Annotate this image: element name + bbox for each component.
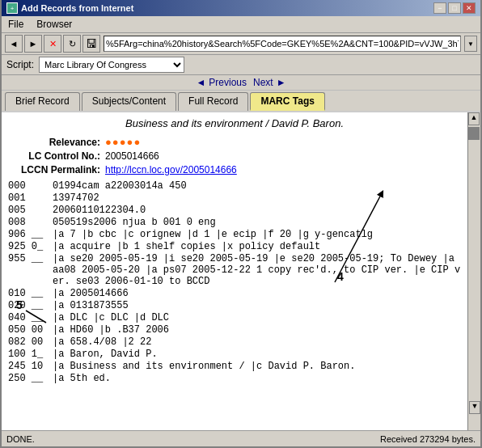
url-dropdown-button[interactable]: ▼ — [464, 36, 477, 52]
marc-data: 20060110122304.0 — [53, 205, 461, 216]
url-input[interactable] — [104, 36, 461, 52]
marc-data: |a 0131873555 — [53, 300, 461, 311]
marc-row: 040 __|a DLC |c DLC |d DLC — [8, 312, 461, 323]
relevance-stars: ● ● ● ● ● — [105, 136, 140, 148]
marc-data: |a HD60 |b .B37 2006 — [53, 324, 461, 336]
stop-button[interactable]: ✕ — [44, 35, 61, 53]
marc-records: 00001994cam a22003014a 45000113974702005… — [8, 180, 461, 384]
marc-row: 050 00|a HD60 |b .B37 2006 — [8, 324, 461, 336]
marc-row: 00520060110122304.0 — [8, 205, 461, 216]
forward-icon: ► — [29, 39, 38, 49]
marc-data: |a 2005014666 — [53, 288, 461, 299]
lccn-link[interactable]: http://lccn.loc.gov/2005014666 — [105, 164, 237, 175]
toolbar: ◄ ► ✕ ↻ 🖫 ▼ — [2, 33, 480, 55]
marc-data: |a Business and its environment / |c Dav… — [53, 361, 461, 372]
marc-tag: 082 00 — [8, 336, 53, 348]
star-2: ● — [112, 136, 119, 148]
menu-bar: File Browser — [2, 16, 480, 33]
script-label: Script: — [6, 59, 34, 70]
status-bar: DONE. Received 273294 bytes. — [2, 430, 480, 446]
add-button[interactable]: 🖫 — [82, 35, 100, 53]
menu-browser[interactable]: Browser — [33, 18, 75, 31]
stop-icon: ✕ — [49, 39, 57, 49]
marc-tag: 008 — [8, 217, 53, 228]
refresh-icon: ↻ — [69, 39, 76, 49]
marc-row: 008050519s2006 njua b 001 0 eng — [8, 217, 461, 228]
forward-button[interactable]: ► — [24, 35, 42, 53]
prev-label[interactable]: Previous — [209, 77, 247, 88]
marc-tag: 020 __ — [8, 300, 53, 311]
minimize-button[interactable]: − — [433, 2, 446, 14]
star-1: ● — [105, 136, 112, 148]
marc-data: 13974702 — [53, 192, 461, 204]
marc-tag: 100 1_ — [8, 349, 53, 360]
relevance-label: Relevance: — [8, 137, 105, 148]
star-5: ● — [133, 136, 140, 148]
marc-tag: 000 — [8, 180, 53, 192]
marc-data: 01994cam a22003014a 450 — [53, 180, 461, 192]
scroll-up-button[interactable]: ▲ — [468, 112, 480, 125]
marc-data: |a 5th ed. — [53, 373, 461, 384]
scrollbar[interactable]: ▲ ▼ — [467, 112, 480, 430]
back-icon: ◄ — [10, 39, 19, 49]
marc-row: 082 00|a 658.4/08 |2 22 — [8, 336, 461, 348]
next-label[interactable]: Next — [253, 77, 273, 88]
status-right: Received 273294 bytes. — [380, 434, 476, 444]
script-select[interactable]: Marc Library Of Congress — [39, 57, 184, 73]
dropdown-icon: ▼ — [467, 40, 474, 48]
prev-arrow[interactable]: ◄ — [196, 77, 205, 88]
marc-tag: 005 — [8, 205, 53, 216]
marc-data: |a 658.4/08 |2 22 — [53, 336, 461, 348]
tab-marc[interactable]: MARC Tags — [250, 92, 324, 111]
marc-row: 020 __|a 0131873555 — [8, 300, 461, 311]
marc-row: 00113974702 — [8, 192, 461, 204]
star-4: ● — [127, 136, 133, 148]
refresh-button[interactable]: ↻ — [63, 35, 81, 53]
maximize-button[interactable]: □ — [448, 2, 461, 14]
content-wrapper: Business and its environment / David P. … — [2, 112, 480, 430]
marc-row: 925 0_|a acquire |b 1 shelf copies |x po… — [8, 241, 461, 252]
relevance-row: Relevance: ● ● ● ● ● — [8, 136, 461, 148]
annotation-5: 5 — [16, 298, 23, 311]
back-button[interactable]: ◄ — [5, 35, 23, 53]
next-arrow[interactable]: ► — [277, 77, 286, 88]
annotation-4: 4 — [337, 270, 344, 283]
lccn-row: LCCN Permalink: http://lccn.loc.gov/2005… — [8, 164, 461, 175]
window-controls: − □ ✕ — [433, 2, 476, 14]
marc-tag: 906 __ — [8, 229, 53, 240]
url-bar: ▼ — [104, 36, 477, 52]
tab-full[interactable]: Full Record — [178, 92, 248, 111]
tab-subjects[interactable]: Subjects/Content — [82, 92, 176, 111]
marc-data: |a Baron, David P. — [53, 349, 461, 360]
marc-tag: 955 __ — [8, 253, 53, 287]
lc-control-row: LC Control No.: 2005014666 — [8, 150, 461, 162]
lccn-label: LCCN Permalink: — [8, 164, 105, 175]
marc-tag: 050 00 — [8, 324, 53, 336]
marc-row: 100 1_|a Baron, David P. — [8, 349, 461, 360]
nav-bar: ◄ Previous Next ► — [2, 75, 480, 91]
main-window: + Add Records from Internet − □ ✕ File B… — [0, 0, 482, 448]
menu-file[interactable]: File — [5, 18, 27, 31]
marc-row: 955 __|a se20 2005-05-19 |i se20 2005-05… — [8, 253, 461, 287]
marc-row: 00001994cam a22003014a 450 — [8, 180, 461, 192]
scroll-thumb[interactable] — [468, 127, 480, 140]
marc-row: 250 __|a 5th ed. — [8, 373, 461, 384]
marc-data: |a 7 |b cbc |c orignew |d 1 |e ecip |f 2… — [53, 229, 461, 240]
window-title: Add Records from Internet — [21, 3, 133, 13]
scroll-down-button[interactable]: ▼ — [469, 401, 480, 414]
app-icon: + — [6, 2, 18, 14]
marc-row: 906 __|a 7 |b cbc |c orignew |d 1 |e eci… — [8, 229, 461, 240]
tab-brief[interactable]: Brief Record — [5, 92, 80, 111]
marc-tag: 001 — [8, 192, 53, 204]
status-left: DONE. — [6, 434, 35, 444]
book-title: Business and its environment / David P. … — [8, 117, 461, 129]
marc-data: |a DLC |c DLC |d DLC — [53, 312, 461, 323]
add-icon: 🖫 — [86, 37, 97, 50]
lc-control-label: LC Control No.: — [8, 150, 105, 162]
marc-tag: 010 __ — [8, 288, 53, 299]
star-3: ● — [120, 136, 126, 148]
close-button[interactable]: ✕ — [463, 2, 476, 14]
marc-tag: 040 __ — [8, 312, 53, 323]
marc-data: 050519s2006 njua b 001 0 eng — [53, 217, 461, 228]
content-scroll[interactable]: Business and its environment / David P. … — [2, 112, 467, 430]
